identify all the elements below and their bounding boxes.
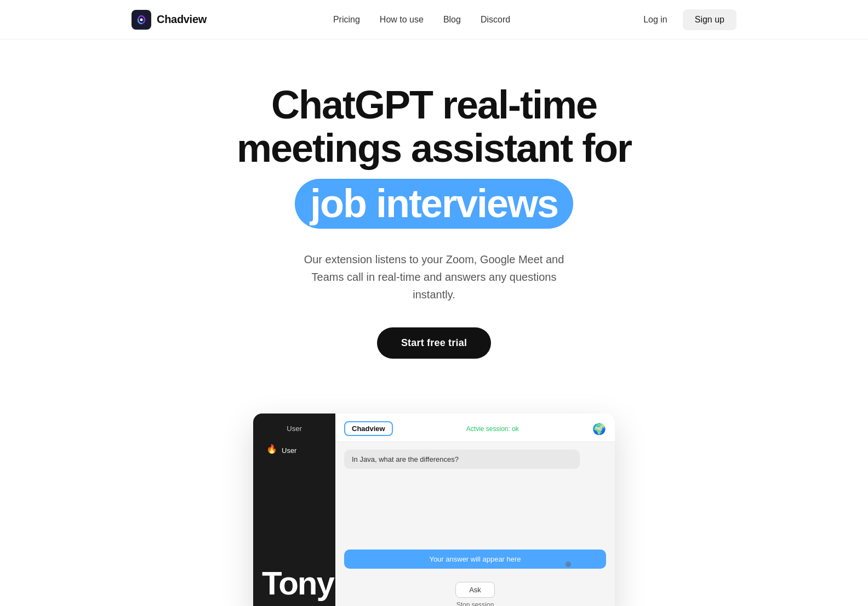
demo-tony-label: Tony	[262, 567, 334, 605]
hero-title: ChatGPT real-time meetings assistant for	[237, 83, 631, 170]
logo-icon	[132, 10, 151, 30]
demo-left-user-label: User	[287, 424, 301, 433]
navbar-actions: Log in Sign up	[637, 9, 736, 30]
hero-highlight-wrapper: job interviews	[295, 179, 573, 229]
nav-link-blog[interactable]: Blog	[443, 15, 461, 25]
demo-container: User 🔥 User Tony Chadview Actvie session…	[253, 414, 615, 606]
login-button[interactable]: Log in	[637, 10, 674, 29]
demo-left-panel: User 🔥 User Tony	[253, 414, 335, 606]
signup-button[interactable]: Sign up	[683, 9, 736, 30]
demo-left-user-item: 🔥 User	[262, 441, 327, 459]
demo-left-user-name: User	[282, 446, 296, 455]
navbar: Chadview Pricing How to use Blog Discord…	[0, 0, 868, 39]
answer-bubble: Your answer will appear here	[344, 550, 606, 569]
hero-subtitle: Our extension listens to your Zoom, Goog…	[302, 251, 566, 303]
user-fire-icon: 🔥	[266, 445, 277, 456]
nav-link-pricing[interactable]: Pricing	[333, 15, 360, 25]
demo-right-footer: Ask Stop session	[335, 576, 615, 606]
nav-links: Pricing How to use Blog Discord	[333, 15, 510, 25]
hero-highlight: job interviews	[295, 179, 573, 229]
hero-section: ChatGPT real-time meetings assistant for…	[0, 39, 868, 392]
emoji-icon: 🌍	[592, 422, 606, 435]
hero-title-line1: ChatGPT real-time	[271, 83, 597, 127]
nav-link-how-to-use[interactable]: How to use	[380, 15, 424, 25]
question-bubble: In Java, what are the differences?	[344, 450, 580, 469]
demo-right-body: In Java, what are the differences? Your …	[335, 442, 615, 576]
nav-link-discord[interactable]: Discord	[481, 15, 510, 25]
stop-session-button[interactable]: Stop session	[456, 601, 494, 606]
hero-title-line2: meetings assistant for	[237, 126, 631, 170]
svg-point-1	[140, 18, 143, 21]
cta-button[interactable]: Start free trial	[377, 327, 491, 359]
brand-logo-area: Chadview	[132, 10, 207, 30]
demo-right-panel: Chadview Actvie session: ok 🌍 In Java, w…	[335, 414, 615, 606]
brand-name: Chadview	[157, 13, 207, 26]
session-status: Actvie session: ok	[466, 425, 519, 433]
chadview-badge: Chadview	[344, 421, 393, 436]
demo-right-header: Chadview Actvie session: ok 🌍	[335, 414, 615, 442]
demo-section: User 🔥 User Tony Chadview Actvie session…	[0, 392, 868, 606]
ask-button[interactable]: Ask	[455, 582, 495, 598]
